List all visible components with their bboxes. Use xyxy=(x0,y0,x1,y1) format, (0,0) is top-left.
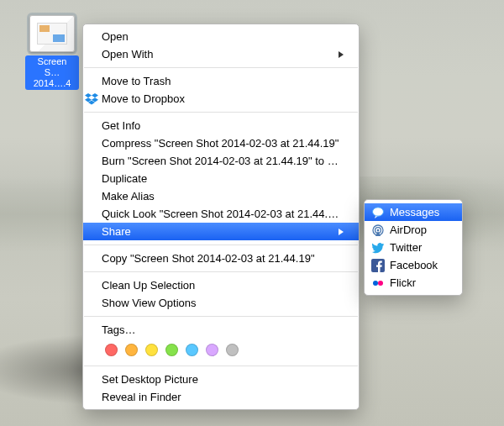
file-thumbnail-icon xyxy=(29,15,75,52)
menu-clean-up-label: Clean Up Selection xyxy=(102,278,344,292)
menu-get-info[interactable]: Get Info xyxy=(83,117,359,134)
menu-duplicate-label: Duplicate xyxy=(102,171,344,186)
tag-color-dot[interactable] xyxy=(165,344,178,356)
menu-copy[interactable]: Copy "Screen Shot 2014-02-03 at 21.44.19… xyxy=(83,250,359,267)
share-flickr-label: Flickr xyxy=(390,276,447,290)
tag-color-dot[interactable] xyxy=(145,344,158,356)
menu-copy-label: Copy "Screen Shot 2014-02-03 at 21.44.19… xyxy=(102,251,344,266)
airdrop-icon xyxy=(371,224,385,237)
svg-marker-0 xyxy=(85,93,92,97)
share-airdrop[interactable]: AirDrop xyxy=(365,221,462,239)
menu-separator xyxy=(84,366,358,366)
chevron-right-icon xyxy=(339,51,344,58)
menu-move-to-dropbox[interactable]: Move to Dropbox xyxy=(83,90,359,108)
menu-share-label: Share xyxy=(102,224,339,239)
menu-compress[interactable]: Compress "Screen Shot 2014-02-03 at 21.4… xyxy=(83,134,359,152)
menu-set-desktop[interactable]: Set Desktop Picture xyxy=(83,371,359,388)
menu-open-with-label: Open With xyxy=(102,47,339,61)
share-flickr[interactable]: Flickr xyxy=(365,274,462,292)
tag-color-dot[interactable] xyxy=(186,344,198,356)
menu-move-to-dropbox-label: Move to Dropbox xyxy=(102,92,344,106)
svg-point-9 xyxy=(377,229,380,231)
menu-separator xyxy=(84,245,358,245)
tag-color-row xyxy=(83,339,359,361)
twitter-icon xyxy=(371,241,385,255)
menu-separator xyxy=(84,67,358,68)
menu-clean-up[interactable]: Clean Up Selection xyxy=(83,276,359,294)
menu-separator xyxy=(84,112,358,113)
menu-separator xyxy=(84,271,358,272)
menu-share[interactable]: Share xyxy=(83,223,359,240)
tag-color-dot[interactable] xyxy=(125,344,138,356)
menu-make-alias[interactable]: Make Alias xyxy=(83,187,359,205)
menu-quick-look-label: Quick Look "Screen Shot 2014-02-03 at 21… xyxy=(102,207,344,221)
tag-color-dot[interactable] xyxy=(206,344,218,356)
menu-move-to-trash[interactable]: Move to Trash xyxy=(83,72,359,90)
dropbox-icon xyxy=(85,92,98,106)
context-menu: Open Open With Move to Trash Move to Dro… xyxy=(82,24,360,410)
tag-color-dot[interactable] xyxy=(226,344,239,356)
menu-burn-label: Burn "Screen Shot 2014-02-03 at 21.44.19… xyxy=(102,154,344,168)
svg-marker-1 xyxy=(92,93,98,97)
share-submenu: Messages AirDrop Twitter Facebook Flickr xyxy=(364,199,463,296)
menu-reveal-label: Reveal in Finder xyxy=(102,390,344,404)
svg-point-12 xyxy=(373,281,378,286)
tag-color-dot[interactable] xyxy=(105,344,118,356)
menu-open[interactable]: Open xyxy=(83,28,359,45)
menu-burn[interactable]: Burn "Screen Shot 2014-02-03 at 21.44.19… xyxy=(83,152,359,170)
menu-duplicate[interactable]: Duplicate xyxy=(83,170,359,187)
facebook-icon xyxy=(371,259,385,272)
svg-point-13 xyxy=(378,281,383,286)
menu-tags[interactable]: Tags… xyxy=(83,321,359,339)
menu-get-info-label: Get Info xyxy=(102,118,344,133)
share-twitter-label: Twitter xyxy=(390,240,447,255)
file-label: Screen S… 2014….4 xyxy=(25,55,79,90)
menu-compress-label: Compress "Screen Shot 2014-02-03 at 21.4… xyxy=(102,136,344,150)
flickr-icon xyxy=(371,276,385,290)
share-facebook[interactable]: Facebook xyxy=(365,256,462,274)
menu-view-options-label: Show View Options xyxy=(102,296,344,310)
menu-set-desktop-label: Set Desktop Picture xyxy=(102,372,344,387)
share-facebook-label: Facebook xyxy=(390,258,447,272)
menu-view-options[interactable]: Show View Options xyxy=(83,294,359,312)
share-airdrop-label: AirDrop xyxy=(390,223,447,237)
menu-tags-label: Tags… xyxy=(102,323,344,337)
chevron-right-icon xyxy=(339,229,344,235)
menu-make-alias-label: Make Alias xyxy=(102,189,344,203)
menu-quick-look[interactable]: Quick Look "Screen Shot 2014-02-03 at 21… xyxy=(83,205,359,223)
share-messages-label: Messages xyxy=(390,205,447,219)
menu-reveal[interactable]: Reveal in Finder xyxy=(83,388,359,406)
desktop-file[interactable]: Screen S… 2014….4 xyxy=(25,15,79,90)
menu-move-to-trash-label: Move to Trash xyxy=(102,74,344,88)
menu-separator xyxy=(84,316,358,317)
menu-open-label: Open xyxy=(102,29,344,44)
messages-icon xyxy=(371,206,385,219)
share-twitter[interactable]: Twitter xyxy=(365,239,462,256)
share-messages[interactable]: Messages xyxy=(365,203,462,221)
menu-open-with[interactable]: Open With xyxy=(83,45,359,63)
